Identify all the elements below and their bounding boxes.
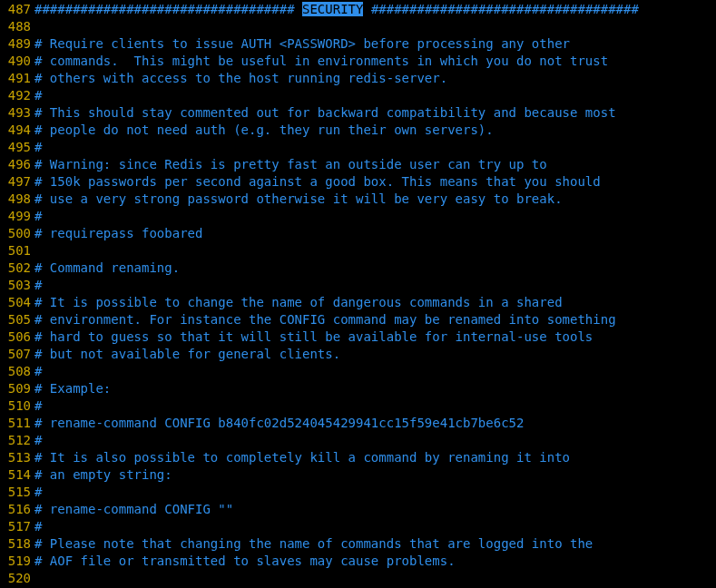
code-line: 519# AOF file or transmitted to slaves m… — [0, 553, 716, 570]
code-line: 507# but not available for general clien… — [0, 346, 716, 363]
line-number: 501 — [0, 242, 34, 260]
code-line: 494# people do not need auth (e.g. they … — [0, 122, 716, 139]
line-number: 518 — [0, 535, 34, 553]
code-line: 493# This should stay commented out for … — [0, 104, 716, 122]
line-content: # This should stay commented out for bac… — [34, 104, 616, 122]
line-number: 515 — [0, 484, 34, 501]
line-number: 490 — [0, 53, 34, 70]
line-content: # people do not need auth (e.g. they run… — [34, 122, 494, 139]
line-content: # rename-command CONFIG "" — [34, 501, 233, 518]
line-number: 499 — [0, 208, 34, 225]
code-line: 508# — [0, 363, 716, 380]
search-highlight: SECURITY — [302, 2, 363, 16]
code-line: 499# — [0, 208, 716, 225]
line-number: 512 — [0, 432, 34, 449]
line-number: 509 — [0, 380, 34, 397]
line-content: # 150k passwords per second against a go… — [34, 173, 601, 191]
line-content: # rename-command CONFIG b840fc02d5240454… — [34, 415, 524, 432]
line-number: 514 — [0, 466, 34, 484]
line-number: 517 — [0, 518, 34, 535]
code-line: 515# — [0, 484, 716, 501]
line-number: 497 — [0, 173, 34, 191]
line-number: 493 — [0, 104, 34, 122]
line-number: 498 — [0, 191, 34, 208]
code-line: 514# an empty string: — [0, 466, 716, 484]
line-content: # an empty string: — [34, 466, 172, 484]
line-number: 505 — [0, 311, 34, 328]
line-number: 496 — [0, 156, 34, 173]
code-line: 518# Please note that changing the name … — [0, 535, 716, 553]
line-content: # — [34, 208, 42, 225]
line-content: # Warning: since Redis is pretty fast an… — [34, 156, 547, 173]
line-content: # Require clients to issue AUTH <PASSWOR… — [34, 35, 570, 53]
line-content: # — [34, 432, 42, 449]
line-content: # — [34, 484, 42, 501]
code-line: 516# rename-command CONFIG "" — [0, 501, 716, 518]
code-line: 512# — [0, 432, 716, 449]
line-number: 500 — [0, 225, 34, 242]
code-line: 497# 150k passwords per second against a… — [0, 173, 716, 191]
code-line: 520 — [0, 570, 716, 587]
line-number: 513 — [0, 449, 34, 466]
code-line: 487 ################################## S… — [0, 1, 716, 18]
line-number: 495 — [0, 139, 34, 156]
line-content: # requirepass foobared — [34, 225, 202, 242]
line-content: # — [34, 518, 42, 535]
code-line: 501 — [0, 242, 716, 260]
code-line: 500# requirepass foobared — [0, 225, 716, 242]
code-line: 502# Command renaming. — [0, 260, 716, 277]
line-number: 507 — [0, 346, 34, 363]
line-content: ################################## SECUR… — [34, 1, 639, 18]
code-line: 511# rename-command CONFIG b840fc02d5240… — [0, 415, 716, 432]
line-content: # others with access to the host running… — [34, 70, 447, 87]
line-number: 519 — [0, 553, 34, 570]
line-content: # AOF file or transmitted to slaves may … — [34, 553, 456, 570]
line-content: # commands. This might be useful in envi… — [34, 53, 608, 70]
code-line: 509# Example: — [0, 380, 716, 397]
line-number: 492 — [0, 87, 34, 104]
line-number: 508 — [0, 363, 34, 380]
line-number: 506 — [0, 328, 34, 346]
code-line: 504# It is possible to change the name o… — [0, 294, 716, 311]
line-content: # Command renaming. — [34, 260, 180, 277]
line-number: 510 — [0, 397, 34, 415]
line-number: 504 — [0, 294, 34, 311]
line-content: # — [34, 139, 42, 156]
line-content: # — [34, 277, 42, 294]
line-number: 502 — [0, 260, 34, 277]
line-number: 487 — [0, 1, 34, 18]
line-number: 503 — [0, 277, 34, 294]
line-content: # Example: — [34, 380, 111, 397]
line-content: # Please note that changing the name of … — [34, 535, 593, 553]
line-number: 511 — [0, 415, 34, 432]
line-content: # It is possible to change the name of d… — [34, 294, 563, 311]
code-line: 505# environment. For instance the CONFI… — [0, 311, 716, 328]
code-line: 517# — [0, 518, 716, 535]
line-content: # hard to guess so that it will still be… — [34, 328, 593, 346]
code-line: 492# — [0, 87, 716, 104]
code-line: 506# hard to guess so that it will still… — [0, 328, 716, 346]
line-content: # — [34, 397, 42, 415]
line-number: 488 — [0, 18, 34, 35]
code-editor[interactable]: 487 ################################## S… — [0, 0, 716, 587]
code-line: 503# — [0, 277, 716, 294]
line-content: # use a very strong password otherwise i… — [34, 191, 563, 208]
code-line: 496# Warning: since Redis is pretty fast… — [0, 156, 716, 173]
line-content: # environment. For instance the CONFIG c… — [34, 311, 616, 328]
code-line: 495# — [0, 139, 716, 156]
code-line: 488 — [0, 18, 716, 35]
code-line: 498# use a very strong password otherwis… — [0, 191, 716, 208]
code-line: 510# — [0, 397, 716, 415]
code-line: 491# others with access to the host runn… — [0, 70, 716, 87]
line-content: # — [34, 87, 42, 104]
line-number: 489 — [0, 35, 34, 53]
line-number: 516 — [0, 501, 34, 518]
line-content: # — [34, 363, 42, 380]
line-number: 520 — [0, 570, 34, 587]
line-number: 494 — [0, 122, 34, 139]
line-content: # It is also possible to completely kill… — [34, 449, 570, 466]
code-line: 490# commands. This might be useful in e… — [0, 53, 716, 70]
line-content: # but not available for general clients. — [34, 346, 340, 363]
line-number: 491 — [0, 70, 34, 87]
code-line: 489# Require clients to issue AUTH <PASS… — [0, 35, 716, 53]
